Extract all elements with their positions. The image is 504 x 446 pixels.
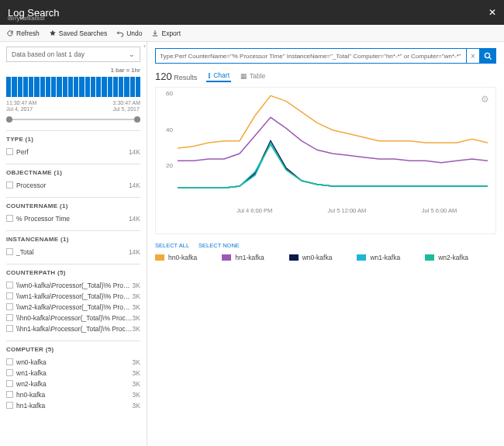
facet-item[interactable]: Processor14K <box>6 180 140 191</box>
facet-item[interactable]: hn0-kafka3K <box>6 389 140 400</box>
facet-item[interactable]: Perf14K <box>6 147 140 157</box>
facet-item[interactable]: \\hn1-kafka\Processor(_Total)\% Processo… <box>6 323 140 334</box>
facet-item[interactable]: \\hn0-kafka\Processor(_Total)\% Processo… <box>6 313 140 323</box>
facet-count: 3K <box>133 282 140 289</box>
facet-count: 3K <box>133 325 140 333</box>
search-input[interactable] <box>155 48 467 64</box>
facet-count: 3K <box>133 380 140 388</box>
facet-item[interactable]: wn2-kafka3K <box>6 379 140 389</box>
facet-count: 3K <box>133 369 140 377</box>
export-button[interactable]: Export <box>151 29 181 37</box>
export-icon <box>151 29 159 37</box>
legend-item[interactable]: hn0-kafka <box>155 254 197 261</box>
facet-block: OBJECTNAME (1)Processor14K <box>6 164 140 197</box>
checkbox[interactable] <box>6 248 13 255</box>
legend-swatch <box>289 254 299 261</box>
saved-searches-button[interactable]: Saved Searches <box>49 29 107 37</box>
checkbox[interactable] <box>6 303 13 310</box>
facet-label: wn2-kafka <box>16 380 133 388</box>
facet-block: COMPUTER (5)wn0-kafka3Kwn1-kafka3Kwn2-ka… <box>6 341 140 417</box>
facet-label: \\wn2-kafka\Processor(_Total)\% Processo… <box>16 303 133 311</box>
legend-swatch <box>357 254 366 261</box>
undo-button[interactable]: Undo <box>116 29 142 37</box>
collapse-sidebar-icon[interactable]: ‹ <box>143 43 146 50</box>
facet-header[interactable]: COUNTERNAME (1) <box>6 202 140 209</box>
checkbox[interactable] <box>6 215 13 222</box>
facet-block: COUNTERNAME (1)% Processor Time14K <box>6 197 140 230</box>
facet-block: TYPE (1)Perf14K <box>6 130 140 164</box>
tab-table[interactable]: ▦Table <box>239 70 267 82</box>
legend-item[interactable]: wn0-kafka <box>289 254 333 261</box>
facet-label: hn1-kafka <box>16 402 133 410</box>
header-bar: Log Search larrykafkatest ✕ <box>0 0 504 25</box>
facet-header[interactable]: COMPUTER (5) <box>6 346 140 353</box>
checkbox[interactable] <box>6 182 13 188</box>
legend-swatch <box>425 254 434 261</box>
content-area: × 120 Results ⫿Chart ▦Table ⚙ 204060 Jul… <box>147 42 504 446</box>
facet-label: \\wn1-kafka\Processor(_Total)\% Processo… <box>16 292 133 300</box>
toolbar: Refresh Saved Searches Undo Export <box>0 25 504 42</box>
checkbox[interactable] <box>6 358 13 365</box>
facet-label: Processor <box>16 182 129 189</box>
facet-label: hn0-kafka <box>16 391 133 399</box>
undo-icon <box>116 29 124 37</box>
facet-header[interactable]: INSTANCENAME (1) <box>6 236 140 243</box>
facet-label: _Total <box>16 248 129 256</box>
chart-panel: ⚙ 204060 Jul 4 6:00 PMJul 5 12:00 AMJul … <box>155 87 496 234</box>
facet-count: 14K <box>129 215 140 223</box>
time-axis-labels: 11:30:47 AMJul 4, 2017 3:30:47 AMJul 5, … <box>6 100 140 113</box>
facet-label: wn1-kafka <box>16 369 133 377</box>
facet-header[interactable]: TYPE (1) <box>6 136 140 143</box>
checkbox[interactable] <box>6 369 13 376</box>
checkbox[interactable] <box>6 148 13 155</box>
facet-header[interactable]: OBJECTNAME (1) <box>6 169 140 176</box>
time-range-selector[interactable]: Data based on last 1 day ⌄ <box>6 47 140 62</box>
legend-label: wn2-kafka <box>438 254 468 261</box>
facet-item[interactable]: \\wn2-kafka\Processor(_Total)\% Processo… <box>6 302 140 313</box>
bar-scale-label: 1 bar = 1hr <box>6 67 140 74</box>
checkbox[interactable] <box>6 402 13 409</box>
run-search-button[interactable] <box>479 48 496 64</box>
tab-chart[interactable]: ⫿Chart <box>206 70 231 82</box>
checkbox[interactable] <box>6 292 13 299</box>
facet-label: \\wn0-kafka\Processor(_Total)\% Processo… <box>16 282 133 289</box>
checkbox[interactable] <box>6 380 13 387</box>
legend-item[interactable]: hn1-kafka <box>222 254 264 261</box>
checkbox[interactable] <box>6 314 13 321</box>
facet-item[interactable]: wn1-kafka3K <box>6 368 140 379</box>
facet-item[interactable]: % Processor Time14K <box>6 213 140 224</box>
time-histogram[interactable] <box>6 75 140 97</box>
facet-header[interactable]: COUNTERPATH (5) <box>6 269 140 276</box>
clear-search-button[interactable]: × <box>467 48 479 64</box>
facet-count: 3K <box>133 314 140 322</box>
facet-item[interactable]: \\wn0-kafka\Processor(_Total)\% Processo… <box>6 280 140 291</box>
legend-label: wn1-kafka <box>370 254 400 261</box>
refresh-button[interactable]: Refresh <box>6 29 40 37</box>
facet-block: INSTANCENAME (1)_Total14K <box>6 230 140 264</box>
checkbox[interactable] <box>6 391 13 398</box>
line-chart[interactable]: 204060 Jul 4 6:00 PMJul 5 12:00 AMJul 5 … <box>162 94 489 218</box>
select-all-button[interactable]: SELECT ALL <box>155 242 189 249</box>
legend-item[interactable]: wn1-kafka <box>357 254 400 261</box>
facet-count: 3K <box>133 358 140 366</box>
facet-item[interactable]: \\wn1-kafka\Processor(_Total)\% Processo… <box>6 291 140 302</box>
facet-item[interactable]: hn1-kafka3K <box>6 400 140 411</box>
legend-label: hn1-kafka <box>235 254 264 261</box>
time-range-slider[interactable] <box>6 116 140 123</box>
facet-label: Perf <box>16 148 129 156</box>
checkbox[interactable] <box>6 282 13 289</box>
close-button[interactable]: ✕ <box>488 7 496 18</box>
legend-label: wn0-kafka <box>302 254 333 261</box>
legend-item[interactable]: wn2-kafka <box>425 254 468 261</box>
legend-label: hn0-kafka <box>168 254 197 261</box>
select-none-button[interactable]: SELECT NONE <box>198 242 240 249</box>
facet-item[interactable]: _Total14K <box>6 247 140 258</box>
refresh-icon <box>6 29 14 37</box>
facet-count: 14K <box>129 148 140 156</box>
results-count: 120 Results <box>155 71 197 82</box>
search-bar: × <box>155 48 496 64</box>
checkbox[interactable] <box>6 325 13 332</box>
facet-label: \\hn1-kafka\Processor(_Total)\% Processo… <box>16 325 133 333</box>
facet-block: COUNTERPATH (5)\\wn0-kafka\Processor(_To… <box>6 264 140 341</box>
facet-item[interactable]: wn0-kafka3K <box>6 357 140 368</box>
